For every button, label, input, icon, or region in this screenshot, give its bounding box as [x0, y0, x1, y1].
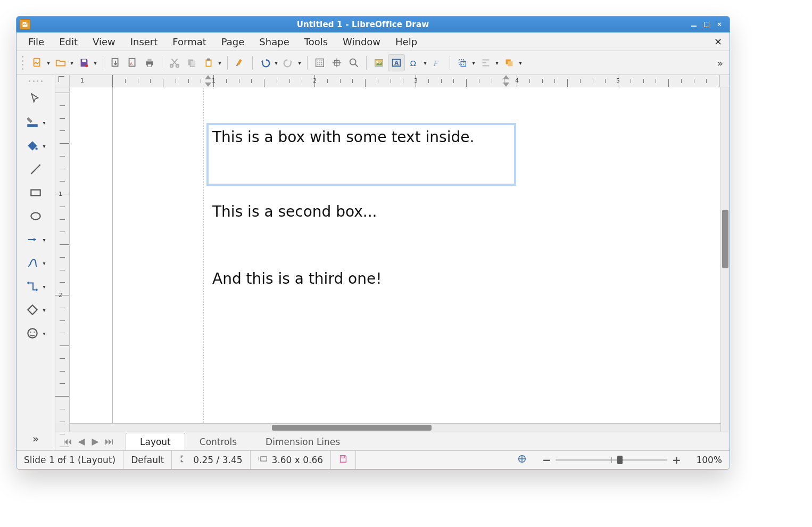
new-document-dropdown[interactable]: [45, 60, 52, 66]
drawing-toolbox: »: [16, 75, 55, 450]
tab-controls[interactable]: Controls: [185, 433, 251, 450]
curve-tool-icon[interactable]: [19, 253, 52, 273]
standard-toolbar: A A: [16, 51, 730, 75]
redo-icon[interactable]: [280, 55, 296, 71]
paste-dropdown[interactable]: [217, 60, 223, 66]
horizontal-scrollbar-thumb[interactable]: [272, 425, 432, 431]
menu-tools[interactable]: Tools: [298, 34, 334, 50]
menu-help[interactable]: Help: [389, 34, 424, 50]
toolbox-grip[interactable]: [29, 80, 43, 84]
zoom-icon[interactable]: [346, 55, 362, 71]
vertical-scrollbar-thumb[interactable]: [722, 210, 728, 268]
status-save-state[interactable]: [331, 451, 356, 469]
transformations-icon[interactable]: [454, 55, 470, 71]
close-window-button[interactable]: [716, 21, 723, 28]
print-icon[interactable]: [142, 55, 158, 71]
export-icon[interactable]: [107, 55, 123, 71]
new-document-icon[interactable]: [29, 55, 45, 71]
rectangle-tool-icon[interactable]: [19, 183, 52, 203]
copy-icon[interactable]: [184, 55, 200, 71]
menu-shape[interactable]: Shape: [253, 34, 295, 50]
menu-format[interactable]: Format: [166, 34, 212, 50]
maximize-button[interactable]: [703, 21, 710, 28]
vertical-ruler[interactable]: 12: [55, 87, 70, 423]
svg-point-27: [350, 59, 356, 65]
arrange-icon[interactable]: [501, 55, 517, 71]
menu-window[interactable]: Window: [336, 34, 387, 50]
svg-point-26: [321, 64, 322, 65]
status-position-text: 0.25 / 3.45: [193, 455, 242, 465]
textbox-2[interactable]: This is a second box...: [208, 199, 515, 227]
menu-view[interactable]: View: [86, 34, 122, 50]
ellipse-tool-icon[interactable]: [19, 206, 52, 226]
open-icon[interactable]: [53, 55, 69, 71]
size-icon: I: [258, 454, 268, 466]
canvas[interactable]: This is a box with some text inside.This…: [70, 87, 720, 423]
grid-icon[interactable]: [312, 55, 328, 71]
application-window: Untitled 1 - LibreOffice Draw File Edit …: [16, 16, 730, 470]
svg-rect-16: [206, 61, 210, 65]
horizontal-ruler[interactable]: 112345: [70, 75, 730, 87]
zoom-out-button[interactable]: −: [542, 454, 551, 466]
redo-dropdown[interactable]: [296, 60, 303, 66]
export-pdf-icon[interactable]: A: [125, 55, 140, 71]
svg-point-29: [376, 61, 378, 63]
special-character-dropdown[interactable]: [422, 60, 428, 66]
tab-nav-next[interactable]: ▶: [88, 434, 102, 448]
status-fit-page[interactable]: [510, 451, 534, 469]
status-zoom[interactable]: 100%: [689, 451, 730, 469]
tab-dimension-lines[interactable]: Dimension Lines: [251, 433, 354, 450]
zoom-track[interactable]: [556, 459, 667, 461]
basic-shapes-tool-icon[interactable]: [19, 300, 52, 320]
toolbox-overflow-button[interactable]: »: [32, 432, 39, 445]
save-dropdown[interactable]: [92, 60, 98, 66]
menu-insert[interactable]: Insert: [124, 34, 164, 50]
status-style[interactable]: Default: [123, 451, 172, 469]
snap-guides-icon[interactable]: [329, 55, 345, 71]
zoom-slider[interactable]: − +: [534, 451, 689, 469]
fontwork-icon[interactable]: F: [429, 55, 445, 71]
save-icon[interactable]: [76, 55, 92, 71]
toolbar-grip[interactable]: [22, 56, 25, 70]
tab-nav-last[interactable]: ⏭: [102, 434, 116, 448]
select-tool-icon[interactable]: [19, 89, 52, 109]
minimize-button[interactable]: [690, 21, 698, 28]
line-color-tool-icon[interactable]: [19, 112, 52, 133]
paste-icon[interactable]: [201, 55, 217, 71]
window-title: Untitled 1 - LibreOffice Draw: [36, 20, 690, 29]
undo-icon[interactable]: [257, 55, 273, 71]
textbox-1[interactable]: This is a box with some text inside.: [208, 125, 515, 184]
connector-tool-icon[interactable]: [19, 276, 52, 297]
horizontal-scrollbar[interactable]: [70, 423, 720, 432]
svg-rect-13: [190, 61, 195, 67]
insert-image-icon[interactable]: [371, 55, 387, 71]
align-dropdown[interactable]: [494, 60, 500, 66]
undo-dropdown[interactable]: [273, 60, 279, 66]
toolbar-overflow-button[interactable]: »: [714, 57, 726, 69]
svg-rect-2: [82, 60, 86, 62]
insert-textbox-icon[interactable]: A: [388, 54, 405, 71]
arrange-dropdown[interactable]: [517, 60, 524, 66]
line-tool-icon[interactable]: [19, 159, 52, 179]
svg-text:A: A: [394, 60, 399, 66]
close-document-button[interactable]: ✕: [712, 36, 724, 47]
menu-page[interactable]: Page: [215, 34, 251, 50]
zoom-knob[interactable]: [617, 456, 623, 464]
tab-layout[interactable]: Layout: [126, 433, 185, 450]
menu-edit[interactable]: Edit: [53, 34, 84, 50]
cut-icon[interactable]: [167, 55, 183, 71]
clone-formatting-icon[interactable]: [232, 55, 248, 71]
menu-file[interactable]: File: [22, 34, 51, 50]
textbox-3[interactable]: And this is a third one!: [208, 266, 515, 294]
special-character-icon[interactable]: Ω: [406, 55, 422, 71]
svg-text:I: I: [258, 456, 259, 462]
symbol-shapes-tool-icon[interactable]: [19, 323, 52, 343]
vertical-scrollbar[interactable]: [720, 87, 730, 423]
zoom-in-button[interactable]: +: [672, 454, 681, 466]
tab-nav-prev[interactable]: ◀: [74, 434, 88, 448]
arrow-tool-icon[interactable]: [19, 229, 52, 250]
align-icon[interactable]: [478, 55, 494, 71]
transformations-dropdown[interactable]: [470, 60, 477, 66]
open-dropdown[interactable]: [69, 60, 75, 66]
fill-color-tool-icon[interactable]: [19, 136, 52, 156]
